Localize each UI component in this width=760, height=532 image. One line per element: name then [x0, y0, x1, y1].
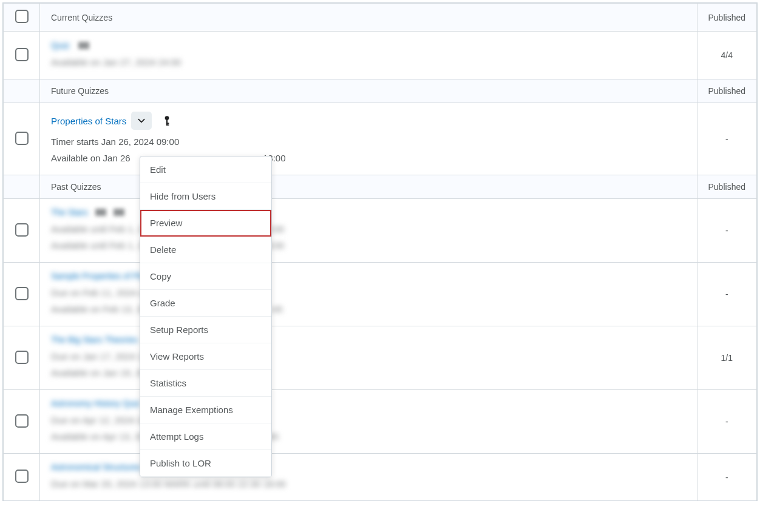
- section-label: Current Quizzes: [40, 4, 697, 32]
- section-header-past: Past Quizzes Published: [4, 175, 757, 199]
- timer-line: Timer starts Jan 26, 2024 09:00: [51, 133, 686, 150]
- menu-item-hide-from-users[interactable]: Hide from Users: [140, 183, 271, 210]
- quiz-table: Current Quizzes Published Quiz Available…: [3, 3, 757, 500]
- section-label: Future Quizzes: [40, 79, 697, 103]
- quiz-title-link[interactable]: Quiz: [51, 40, 70, 50]
- select-all-current-checkbox[interactable]: [15, 10, 29, 23]
- published-value: 1/1: [697, 326, 757, 390]
- row-checkbox[interactable]: [15, 132, 29, 145]
- published-value: -: [697, 103, 757, 175]
- table-row: Sample Properties of Planets Due on Feb …: [4, 263, 757, 326]
- blurred-icon: [95, 209, 106, 216]
- menu-item-copy[interactable]: Copy: [140, 263, 271, 290]
- menu-item-setup-reports[interactable]: Setup Reports: [140, 317, 271, 343]
- published-value: -: [697, 263, 757, 326]
- menu-item-statistics[interactable]: Statistics: [140, 370, 271, 397]
- quiz-title-link[interactable]: Properties of Stars: [51, 116, 126, 126]
- published-value: -: [697, 454, 757, 501]
- svg-rect-3: [166, 124, 169, 126]
- quiz-list-container: Current Quizzes Published Quiz Available…: [2, 2, 758, 501]
- svg-rect-2: [166, 123, 169, 124]
- published-header: Published: [697, 175, 757, 199]
- menu-item-attempt-logs[interactable]: Attempt Logs: [140, 423, 271, 450]
- quiz-actions-menu-scroll[interactable]: EditHide from UsersPreviewDeleteCopyGrad…: [140, 157, 271, 477]
- blurred-icon: [114, 209, 124, 216]
- chevron-down-icon: [137, 116, 146, 125]
- table-row: The Stars Available until Feb 1, 2024 un…: [4, 199, 757, 263]
- table-row: Quiz Available on Jan 27, 2024 24:00 4/4: [4, 32, 757, 79]
- published-header: Published: [697, 4, 757, 32]
- blurred-text: Due on Mar 20, 2024 13:00 MARK until 08:…: [51, 476, 686, 492]
- published-value: -: [697, 199, 757, 263]
- section-header-current: Current Quizzes Published: [4, 4, 757, 32]
- row-checkbox[interactable]: [15, 414, 29, 428]
- table-row-properties-of-stars: Properties of Stars Timer starts Jan 26,…: [4, 103, 757, 175]
- menu-item-manage-exemptions[interactable]: Manage Exemptions: [140, 397, 271, 423]
- menu-item-publish-to-lor[interactable]: Publish to LOR: [140, 450, 271, 477]
- section-header-future: Future Quizzes Published: [4, 79, 757, 103]
- quiz-actions-menu: EditHide from UsersPreviewDeleteCopyGrad…: [140, 156, 272, 477]
- section-label: Past Quizzes: [40, 175, 697, 199]
- quiz-actions-dropdown-button[interactable]: [131, 112, 152, 130]
- quiz-title-link[interactable]: Astronomy History Quiz: [51, 399, 140, 408]
- blurred-text: Available on Jan 27, 2024 24:00: [51, 54, 686, 70]
- published-value: 4/4: [697, 32, 757, 79]
- table-row: The Big Stars Theories Due on Jan 17, 20…: [4, 326, 757, 390]
- row-checkbox[interactable]: [15, 287, 29, 300]
- menu-item-preview[interactable]: Preview: [140, 210, 271, 237]
- blurred-icon: [78, 42, 89, 49]
- key-icon: [163, 115, 171, 126]
- row-checkbox[interactable]: [15, 351, 29, 364]
- quiz-title-link[interactable]: The Big Stars Theories: [51, 335, 138, 345]
- table-row: Astronomy History Quiz Due on Apr 12, 20…: [4, 390, 757, 454]
- published-header: Published: [697, 79, 757, 103]
- quiz-title-link[interactable]: The Stars: [51, 207, 88, 217]
- row-checkbox[interactable]: [15, 223, 29, 237]
- menu-item-grade[interactable]: Grade: [140, 290, 271, 317]
- menu-item-view-reports[interactable]: View Reports: [140, 343, 271, 370]
- table-row: Astronomical Structures Quiz Due on Mar …: [4, 454, 757, 501]
- row-checkbox[interactable]: [15, 470, 29, 483]
- published-value: -: [697, 390, 757, 454]
- menu-item-delete[interactable]: Delete: [140, 237, 271, 263]
- menu-item-edit[interactable]: Edit: [140, 157, 271, 183]
- row-checkbox[interactable]: [15, 48, 29, 61]
